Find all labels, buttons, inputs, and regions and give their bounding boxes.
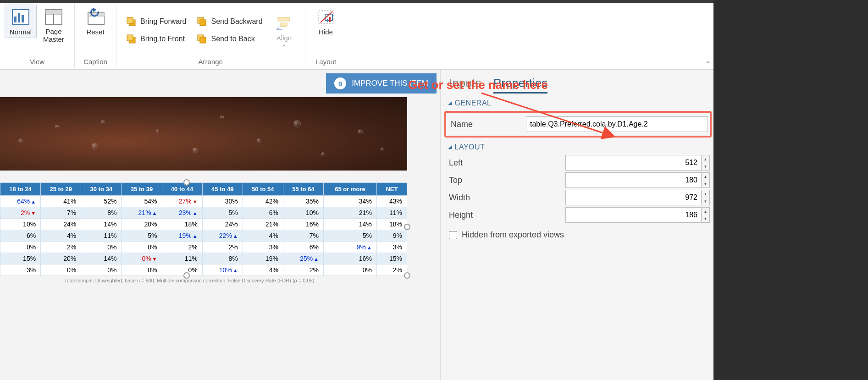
section-layout[interactable]: LAYOUT: [448, 143, 710, 151]
table-cell: 8%: [81, 207, 122, 219]
normal-view-icon: [11, 8, 30, 26]
selection-handle[interactable]: [404, 272, 410, 279]
table-row: 2%▼7%8%21%▲23%▲5%6%10%21%11%: [0, 207, 407, 219]
table-cell: 42%: [243, 196, 283, 207]
canvas[interactable]: 18 to 2425 to 2930 to 3435 to 3940 to 44…: [0, 70, 440, 380]
normal-view-label: Normal: [10, 28, 32, 36]
svg-marker-9: [93, 8, 96, 12]
table-header: 65 or more: [324, 183, 377, 196]
table-row: 0%2%0%0%2%2%3%6%9%▲3%: [0, 242, 407, 253]
table-cell: 24%: [41, 219, 81, 230]
data-table-selection[interactable]: 18 to 2425 to 2930 to 3435 to 3940 to 44…: [0, 182, 407, 283]
group-label-arrange: Arrange: [199, 56, 223, 68]
table-cell: 11%: [162, 253, 202, 264]
reset-icon: [86, 8, 105, 26]
bring-forward-button[interactable]: Bring Forward: [121, 13, 191, 30]
bring-to-front-button[interactable]: Bring to Front: [121, 31, 191, 47]
ribbon: Normal Page Master View Reset: [0, 3, 713, 70]
name-label: Name: [448, 120, 526, 129]
table-cell: 5%: [122, 230, 162, 242]
table-cell: 52%: [81, 196, 122, 207]
table-cell: 0%: [122, 242, 162, 253]
left-input[interactable]: [565, 155, 702, 171]
table-cell: 7%: [41, 207, 81, 219]
table-cell: 0%▼: [122, 253, 162, 264]
selection-handle[interactable]: [404, 224, 410, 230]
banner-image: [0, 97, 407, 171]
table-cell: 0%: [122, 264, 162, 276]
top-input[interactable]: [565, 172, 702, 188]
spin-up-icon[interactable]: ▲: [702, 190, 709, 198]
bring-to-front-label: Bring to Front: [140, 35, 185, 43]
svg-rect-2: [18, 13, 20, 22]
table-cell: 4%: [243, 230, 283, 242]
table-row: 15%20%14%0%▼11%8%19%25%▲16%15%: [0, 253, 407, 264]
table-cell: 2%: [162, 242, 202, 253]
selection-handle[interactable]: [183, 179, 190, 186]
spin-down-icon[interactable]: ▼: [702, 198, 709, 205]
table-cell: 7%: [283, 230, 323, 242]
prop-row-height: Height ▲▼: [446, 207, 710, 223]
align-button[interactable]: Align ▼: [268, 11, 300, 50]
bring-to-front-icon: [126, 33, 137, 44]
table-cell: 14%: [81, 219, 122, 230]
table-header: 25 to 29: [41, 183, 81, 196]
name-input[interactable]: [526, 116, 708, 132]
table-cell: 4%: [41, 230, 81, 242]
svg-rect-23: [327, 19, 328, 22]
hide-icon: [317, 8, 335, 26]
height-input[interactable]: [565, 207, 702, 223]
ribbon-collapse-button[interactable]: ⌃: [705, 60, 711, 67]
table-cell: 18%: [162, 219, 202, 230]
send-backward-button[interactable]: Send Backward: [192, 13, 267, 30]
normal-view-button[interactable]: Normal: [5, 5, 37, 38]
table-cell: 20%: [122, 219, 162, 230]
hidden-checkbox-row: Hidden from exported views: [449, 230, 710, 240]
table-cell: 8%: [202, 253, 243, 264]
spin-down-icon[interactable]: ▼: [702, 180, 709, 187]
table-cell: 0%: [162, 264, 202, 276]
hide-button[interactable]: Hide: [310, 5, 342, 38]
ribbon-group-arrange: Bring Forward Bring to Front Send Backwa…: [116, 3, 305, 69]
reset-button[interactable]: Reset: [79, 5, 111, 38]
page-master-label: Page Master: [43, 28, 64, 43]
send-backward-label: Send Backward: [211, 17, 262, 26]
table-cell: 27%▼: [162, 196, 202, 207]
table-cell: 35%: [283, 196, 323, 207]
table-cell: 6%: [283, 242, 323, 253]
hidden-checkbox[interactable]: [449, 231, 457, 239]
spin-up-icon[interactable]: ▲: [702, 173, 709, 180]
svg-marker-20: [276, 28, 279, 30]
left-label: Left: [446, 158, 565, 168]
improve-count-badge: 9: [334, 77, 346, 89]
send-to-back-button[interactable]: Send to Back: [192, 31, 267, 47]
table-cell: 41%: [41, 196, 81, 207]
table-cell: 6%: [0, 230, 41, 242]
spin-down-icon[interactable]: ▼: [702, 215, 709, 222]
data-table: 18 to 2425 to 2930 to 3435 to 3940 to 44…: [0, 182, 407, 276]
svg-rect-19: [281, 23, 287, 27]
group-label-caption: Caption: [83, 56, 107, 68]
table-cell: 0%: [324, 264, 377, 276]
table-cell: 5%: [324, 230, 377, 242]
page-master-button[interactable]: Page Master: [38, 5, 70, 45]
svg-rect-17: [200, 37, 206, 43]
table-cell: 24%: [202, 219, 243, 230]
spin-up-icon[interactable]: ▲: [702, 155, 709, 163]
group-label-view: View: [30, 56, 44, 68]
table-cell: 54%: [122, 196, 162, 207]
selection-handle[interactable]: [183, 272, 190, 279]
table-cell: 11%: [81, 230, 122, 242]
table-cell: 3%: [0, 264, 41, 276]
width-input[interactable]: [565, 190, 702, 205]
align-icon: [275, 14, 293, 32]
section-general[interactable]: GENERAL: [448, 99, 710, 107]
prop-row-top: Top ▲▼: [446, 172, 710, 188]
table-cell: 10%: [0, 219, 41, 230]
bring-forward-icon: [126, 16, 137, 27]
table-header: 40 to 44: [162, 183, 202, 196]
spin-up-icon[interactable]: ▲: [702, 208, 709, 215]
table-cell: 0%: [81, 242, 122, 253]
spin-down-icon[interactable]: ▼: [702, 163, 709, 170]
align-label: Align: [276, 34, 292, 42]
